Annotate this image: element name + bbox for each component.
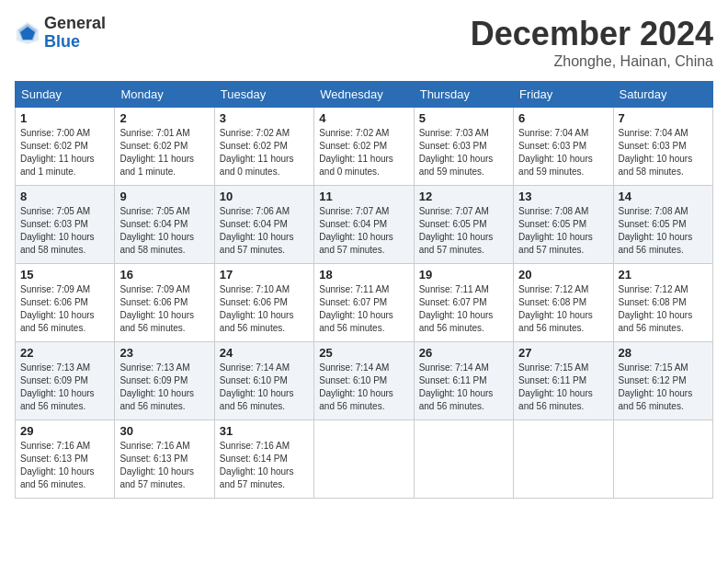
day-number: 31 <box>220 424 309 438</box>
calendar-cell: 29Sunrise: 7:16 AM Sunset: 6:13 PM Dayli… <box>16 420 115 499</box>
calendar-cell: 1Sunrise: 7:00 AM Sunset: 6:02 PM Daylig… <box>16 108 115 186</box>
day-info: Sunrise: 7:11 AM Sunset: 6:07 PM Dayligh… <box>419 283 508 335</box>
day-number: 12 <box>419 190 508 203</box>
day-info: Sunrise: 7:02 AM Sunset: 6:02 PM Dayligh… <box>220 127 309 178</box>
day-info: Sunrise: 7:04 AM Sunset: 6:03 PM Dayligh… <box>518 127 608 178</box>
calendar-cell: 22Sunrise: 7:13 AM Sunset: 6:09 PM Dayli… <box>16 342 115 420</box>
calendar-header-tuesday: Tuesday <box>214 82 313 108</box>
calendar-cell: 8Sunrise: 7:05 AM Sunset: 6:03 PM Daylig… <box>16 186 115 264</box>
calendar-cell: 15Sunrise: 7:09 AM Sunset: 6:06 PM Dayli… <box>16 264 115 342</box>
day-info: Sunrise: 7:09 AM Sunset: 6:06 PM Dayligh… <box>119 283 209 335</box>
day-info: Sunrise: 7:07 AM Sunset: 6:04 PM Dayligh… <box>319 205 408 257</box>
day-info: Sunrise: 7:13 AM Sunset: 6:09 PM Dayligh… <box>20 362 109 413</box>
calendar-cell: 21Sunrise: 7:12 AM Sunset: 6:08 PM Dayli… <box>613 264 712 342</box>
day-number: 13 <box>518 190 608 203</box>
day-number: 8 <box>20 190 109 203</box>
calendar-cell <box>414 420 513 499</box>
day-number: 7 <box>619 111 708 125</box>
day-info: Sunrise: 7:00 AM Sunset: 6:02 PM Dayligh… <box>20 127 109 178</box>
calendar-header-thursday: Thursday <box>414 82 513 108</box>
day-number: 24 <box>220 346 309 360</box>
calendar-cell: 5Sunrise: 7:03 AM Sunset: 6:03 PM Daylig… <box>414 108 513 186</box>
day-number: 21 <box>619 268 708 282</box>
day-number: 26 <box>419 346 508 360</box>
day-info: Sunrise: 7:16 AM Sunset: 6:13 PM Dayligh… <box>119 440 209 491</box>
logo: General Blue <box>15 15 106 52</box>
day-info: Sunrise: 7:05 AM Sunset: 6:04 PM Dayligh… <box>119 205 209 257</box>
calendar-header-wednesday: Wednesday <box>314 82 414 108</box>
calendar-cell: 26Sunrise: 7:14 AM Sunset: 6:11 PM Dayli… <box>414 342 513 420</box>
day-info: Sunrise: 7:15 AM Sunset: 6:11 PM Dayligh… <box>518 362 608 413</box>
calendar-cell: 6Sunrise: 7:04 AM Sunset: 6:03 PM Daylig… <box>514 108 613 186</box>
calendar-cell: 27Sunrise: 7:15 AM Sunset: 6:11 PM Dayli… <box>514 342 613 420</box>
day-info: Sunrise: 7:03 AM Sunset: 6:03 PM Dayligh… <box>419 127 508 178</box>
day-number: 25 <box>319 346 408 360</box>
day-number: 3 <box>220 111 309 125</box>
calendar-cell <box>314 420 414 499</box>
calendar-cell: 24Sunrise: 7:14 AM Sunset: 6:10 PM Dayli… <box>214 342 313 420</box>
day-info: Sunrise: 7:14 AM Sunset: 6:10 PM Dayligh… <box>319 362 408 413</box>
calendar-cell: 9Sunrise: 7:05 AM Sunset: 6:04 PM Daylig… <box>115 186 214 264</box>
logo-general: General <box>44 14 106 32</box>
calendar-cell: 31Sunrise: 7:16 AM Sunset: 6:14 PM Dayli… <box>214 420 313 499</box>
calendar-header-row: SundayMondayTuesdayWednesdayThursdayFrid… <box>16 82 713 108</box>
day-info: Sunrise: 7:15 AM Sunset: 6:12 PM Dayligh… <box>619 362 708 413</box>
calendar-cell: 16Sunrise: 7:09 AM Sunset: 6:06 PM Dayli… <box>115 264 214 342</box>
day-info: Sunrise: 7:06 AM Sunset: 6:04 PM Dayligh… <box>220 205 309 257</box>
calendar-cell: 4Sunrise: 7:02 AM Sunset: 6:02 PM Daylig… <box>314 108 414 186</box>
day-info: Sunrise: 7:16 AM Sunset: 6:13 PM Dayligh… <box>20 440 109 491</box>
day-info: Sunrise: 7:02 AM Sunset: 6:02 PM Dayligh… <box>319 127 408 178</box>
calendar-header-friday: Friday <box>514 82 613 108</box>
calendar-header-sunday: Sunday <box>16 82 115 108</box>
calendar-cell: 12Sunrise: 7:07 AM Sunset: 6:05 PM Dayli… <box>414 186 513 264</box>
day-number: 16 <box>119 268 209 282</box>
calendar-cell: 17Sunrise: 7:10 AM Sunset: 6:06 PM Dayli… <box>214 264 313 342</box>
calendar-cell: 19Sunrise: 7:11 AM Sunset: 6:07 PM Dayli… <box>414 264 513 342</box>
calendar-week-4: 29Sunrise: 7:16 AM Sunset: 6:13 PM Dayli… <box>16 420 713 499</box>
day-info: Sunrise: 7:08 AM Sunset: 6:05 PM Dayligh… <box>518 205 608 257</box>
day-info: Sunrise: 7:14 AM Sunset: 6:10 PM Dayligh… <box>220 362 309 413</box>
day-info: Sunrise: 7:11 AM Sunset: 6:07 PM Dayligh… <box>319 283 408 335</box>
day-info: Sunrise: 7:10 AM Sunset: 6:06 PM Dayligh… <box>220 283 309 335</box>
page-header: General Blue December 2024 Zhonghe, Hain… <box>15 15 713 70</box>
day-number: 15 <box>20 268 109 282</box>
day-info: Sunrise: 7:13 AM Sunset: 6:09 PM Dayligh… <box>119 362 209 413</box>
calendar-cell: 25Sunrise: 7:14 AM Sunset: 6:10 PM Dayli… <box>314 342 414 420</box>
calendar-cell <box>613 420 712 499</box>
day-info: Sunrise: 7:14 AM Sunset: 6:11 PM Dayligh… <box>419 362 508 413</box>
day-number: 17 <box>220 268 309 282</box>
calendar-header-monday: Monday <box>115 82 214 108</box>
day-info: Sunrise: 7:08 AM Sunset: 6:05 PM Dayligh… <box>619 205 708 257</box>
logo-icon <box>15 20 40 46</box>
calendar-cell: 20Sunrise: 7:12 AM Sunset: 6:08 PM Dayli… <box>514 264 613 342</box>
calendar-cell: 3Sunrise: 7:02 AM Sunset: 6:02 PM Daylig… <box>214 108 313 186</box>
calendar-cell <box>514 420 613 499</box>
calendar-table: SundayMondayTuesdayWednesdayThursdayFrid… <box>15 81 713 499</box>
title-location: Zhonghe, Hainan, China <box>471 53 713 70</box>
day-number: 9 <box>119 190 209 203</box>
logo-blue: Blue <box>44 32 80 51</box>
day-number: 19 <box>419 268 508 282</box>
calendar-cell: 28Sunrise: 7:15 AM Sunset: 6:12 PM Dayli… <box>613 342 712 420</box>
calendar-cell: 30Sunrise: 7:16 AM Sunset: 6:13 PM Dayli… <box>115 420 214 499</box>
title-block: December 2024 Zhonghe, Hainan, China <box>471 15 713 70</box>
day-number: 22 <box>20 346 109 360</box>
calendar-cell: 23Sunrise: 7:13 AM Sunset: 6:09 PM Dayli… <box>115 342 214 420</box>
calendar-cell: 2Sunrise: 7:01 AM Sunset: 6:02 PM Daylig… <box>115 108 214 186</box>
calendar-week-0: 1Sunrise: 7:00 AM Sunset: 6:02 PM Daylig… <box>16 108 713 186</box>
calendar-header-saturday: Saturday <box>613 82 712 108</box>
title-month: December 2024 <box>471 15 713 53</box>
calendar-cell: 11Sunrise: 7:07 AM Sunset: 6:04 PM Dayli… <box>314 186 414 264</box>
day-number: 2 <box>119 111 209 125</box>
day-number: 11 <box>319 190 408 203</box>
day-number: 5 <box>419 111 508 125</box>
day-number: 30 <box>119 424 209 438</box>
day-number: 4 <box>319 111 408 125</box>
calendar-week-2: 15Sunrise: 7:09 AM Sunset: 6:06 PM Dayli… <box>16 264 713 342</box>
calendar-cell: 7Sunrise: 7:04 AM Sunset: 6:03 PM Daylig… <box>613 108 712 186</box>
calendar-cell: 14Sunrise: 7:08 AM Sunset: 6:05 PM Dayli… <box>613 186 712 264</box>
calendar-week-3: 22Sunrise: 7:13 AM Sunset: 6:09 PM Dayli… <box>16 342 713 420</box>
day-info: Sunrise: 7:05 AM Sunset: 6:03 PM Dayligh… <box>20 205 109 257</box>
day-number: 27 <box>518 346 608 360</box>
day-number: 28 <box>619 346 708 360</box>
